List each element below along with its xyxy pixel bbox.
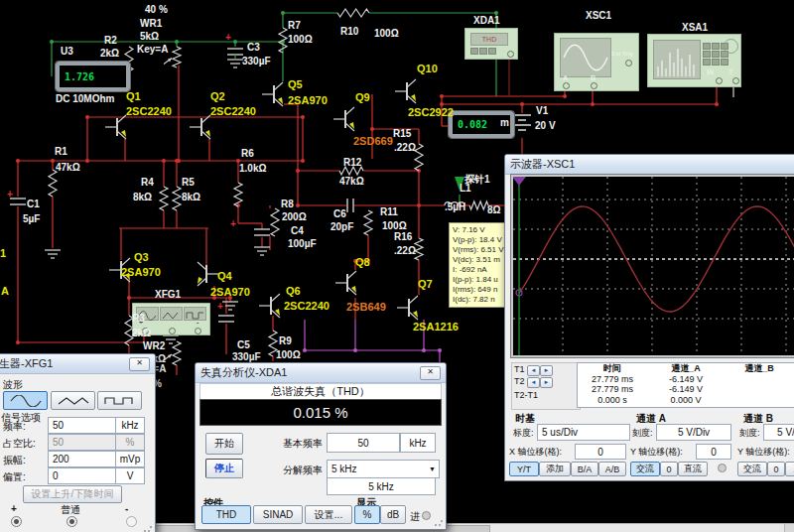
circuit-label: Q1 (126, 91, 141, 102)
scope-display (510, 174, 794, 358)
analyzer-title: 失真分析仪-XDA1 (200, 365, 287, 380)
t2-right-button[interactable]: ► (540, 377, 553, 388)
fgen-titlebar[interactable]: 函数发生器-XFG1 ✕ (0, 354, 155, 374)
multimeter-u3-value: 1.726 (65, 71, 94, 82)
oscilloscope-window[interactable]: 示波器-XSC1 T1 ◄► T2 ◄► T2-T1 时间 通道_A 通道_B … (504, 154, 794, 481)
thd-button[interactable]: THD (201, 505, 251, 524)
circuit-label: + (7, 190, 13, 200)
stop-button[interactable]: 停止 (205, 459, 243, 478)
resolution-list-item[interactable]: 5 kHz (327, 477, 436, 495)
circuit-label: R8 (281, 200, 294, 209)
rise-time-button[interactable]: 设置上升/下降时间 (23, 485, 122, 503)
fgen-title: 函数发生器-XFG1 (0, 356, 53, 371)
distortion-analyzer-window[interactable]: 失真分析仪-XDA1 ✕ 总谐波失真（THD） 0.015 % 开始 停止 基本… (195, 362, 447, 530)
resize-grip[interactable] (434, 517, 444, 527)
add-button[interactable]: 添加 (539, 462, 571, 476)
xsa1-knob (724, 39, 738, 54)
xda1-icon-terminal (507, 51, 514, 58)
probe-tooltip-line: V(rms): 6.51 V (453, 245, 512, 255)
duty-unit: % (115, 434, 145, 451)
cursor-t2-label: T2 (514, 376, 525, 386)
xda1-icon-screen: THD (470, 33, 508, 46)
circuit-label: .5µH (445, 202, 465, 212)
cha-scale-value[interactable]: 5 V/Div (656, 424, 731, 441)
oscilloscope-titlebar[interactable]: 示波器-XSC1 (505, 155, 794, 175)
oscilloscope-icon[interactable]: Ext Trig A B (554, 33, 639, 91)
xda1-icon-button (488, 48, 496, 55)
probe-tooltip-line: V(p-p): 18.4 V (453, 235, 512, 245)
chb-zero-button[interactable]: 0 (767, 462, 785, 476)
t1-right-button[interactable]: ► (540, 365, 553, 376)
circuit-label: 2kΩ (100, 49, 119, 59)
chb-ac-button[interactable]: 交流 (737, 462, 767, 476)
chb-ypos-label: Y 轴位移(格): (737, 446, 790, 459)
circuit-label: A (1, 286, 9, 297)
busy-label: 进 (410, 510, 420, 524)
chevron-down-icon[interactable]: ▼ (429, 466, 439, 472)
sinad-button[interactable]: SINAD (253, 505, 303, 524)
xsc1-icon-screen (560, 38, 611, 77)
circuit-label: Q4 (217, 271, 232, 282)
ab-button[interactable]: A/B (598, 462, 626, 476)
circuit-label: 330µF (242, 57, 271, 66)
circuit-label: 5µF (23, 214, 40, 224)
xsa1-in-terminal (716, 77, 723, 84)
db-button[interactable]: dB (380, 505, 406, 524)
cha-scale-label: 刻度: (632, 427, 653, 440)
chb-scale-value[interactable]: 5 V/ (763, 424, 794, 441)
common-terminal-label: 普通 (61, 503, 80, 517)
fundamental-value[interactable]: 50 (327, 433, 400, 453)
resolution-dropdown[interactable]: 5 kHz ▼ (327, 460, 440, 478)
percent-button[interactable]: % (354, 505, 380, 524)
cha-zero-button[interactable]: 0 (660, 462, 678, 476)
circuit-label: 100µF (288, 239, 317, 249)
distortion-analyzer-icon[interactable]: THD (464, 28, 518, 60)
xpos-label: X 轴位移(格): (509, 446, 562, 459)
circuit-label: XDA1 (473, 16, 500, 26)
circuit-label: 100Ω (276, 350, 301, 360)
circuit-label: Q8 (355, 257, 370, 268)
offset-value[interactable]: 0 (48, 467, 119, 484)
cha-ac-button[interactable]: 交流 (630, 462, 660, 476)
frequency-value[interactable]: 50 (48, 417, 119, 434)
plus-terminal[interactable] (11, 516, 22, 527)
chb-scale-label: 刻度: (739, 427, 760, 440)
thd-header: 总谐波失真（THD） (199, 383, 442, 400)
close-icon[interactable]: ✕ (129, 357, 150, 371)
analyzer-led (422, 511, 431, 520)
spectrum-analyzer-icon[interactable]: IN T (647, 34, 741, 87)
offset-unit[interactable]: V (115, 467, 145, 484)
close-icon[interactable]: ✕ (420, 366, 441, 380)
circuit-label: WR1 (140, 19, 162, 29)
settings-button[interactable]: 设置... (305, 505, 352, 524)
ba-button[interactable]: B/A (571, 462, 598, 476)
square-wave-button[interactable] (97, 391, 142, 410)
multimeter-u3[interactable]: 1.726 (56, 62, 130, 91)
minus-terminal[interactable] (126, 516, 137, 527)
timebase-value[interactable]: 5 us/Div (537, 424, 630, 441)
t2-left-button[interactable]: ◄ (527, 377, 540, 388)
frequency-unit[interactable]: kHz (115, 417, 145, 434)
col-channel-b: 通道_B (725, 363, 794, 374)
cha-led (718, 464, 727, 472)
cha-dc-button[interactable]: 直流 (678, 462, 708, 476)
yt-button[interactable]: Y/T (509, 462, 539, 476)
triangle-wave-button[interactable] (51, 391, 95, 410)
xpos-value[interactable]: 0 (575, 444, 626, 460)
col-channel-a: 通道_A (647, 363, 725, 374)
common-terminal[interactable] (66, 516, 77, 527)
circuit-label: + (230, 219, 236, 229)
circuit-label: 探针1 (464, 175, 490, 185)
sine-wave-button[interactable] (3, 391, 48, 410)
resize-grip[interactable] (143, 523, 153, 532)
circuit-label: R12 (343, 158, 361, 168)
chb-dc-button[interactable]: 直 (785, 462, 794, 476)
cha-ypos-value[interactable]: 0 (696, 444, 731, 460)
fundamental-label: 基本频率 (283, 437, 323, 451)
amplitude-value[interactable]: 200 (48, 451, 119, 467)
function-generator-window[interactable]: 函数发生器-XFG1 ✕ 波形 信号选项 频率: 50 kHz 占空比: 50 … (0, 353, 156, 532)
amplitude-unit[interactable]: mVp (115, 451, 145, 467)
t1-left-button[interactable]: ◄ (527, 365, 540, 376)
start-button[interactable]: 开始 (205, 433, 243, 455)
analyzer-titlebar[interactable]: 失真分析仪-XDA1 ✕ (196, 363, 446, 383)
